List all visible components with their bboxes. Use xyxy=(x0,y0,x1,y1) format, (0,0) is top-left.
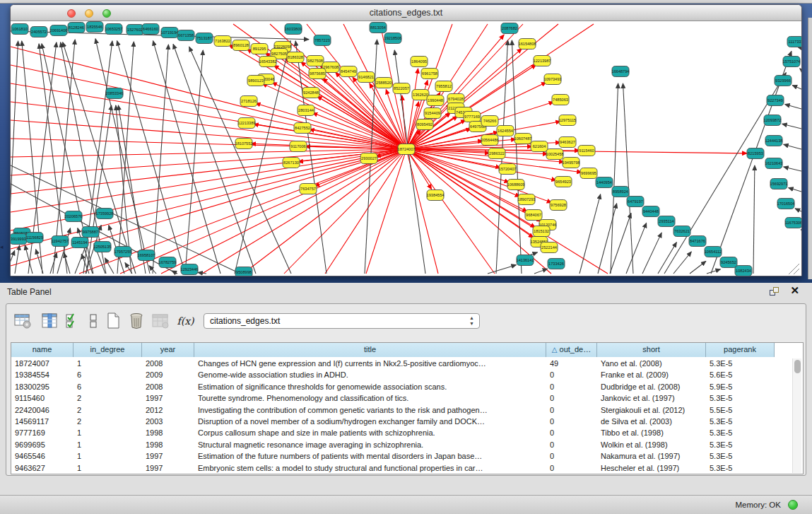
graph-node[interactable]: 12213389 xyxy=(238,118,256,129)
graph-node[interactable]: 8427552 xyxy=(294,123,311,134)
cell-name[interactable]: 22420046 xyxy=(11,404,73,416)
graph-node[interactable]: 16648794 xyxy=(612,66,630,77)
graph-node[interactable]: 7485063 xyxy=(552,95,569,105)
graph-node[interactable]: 621604 xyxy=(531,141,548,152)
graph-node[interactable]: 10973493 xyxy=(544,74,562,85)
deselect-all-icon[interactable] xyxy=(84,311,103,330)
graph-node[interactable]: 9329966 xyxy=(775,76,792,86)
cell-short[interactable]: Franke et al. (2009) xyxy=(597,369,706,380)
graph-node[interactable]: 18724007 xyxy=(398,144,416,155)
graph-node[interactable]: 12213987 xyxy=(534,56,551,66)
graph-node[interactable]: 6466160 xyxy=(142,24,159,35)
graph-node[interactable]: 1362620 xyxy=(412,90,429,100)
graph-node[interactable]: 9146821 xyxy=(358,72,375,83)
cell-year[interactable]: 2009 xyxy=(142,369,194,380)
cell-in_degree[interactable]: 6 xyxy=(73,369,142,380)
citation-edge[interactable] xyxy=(801,229,801,230)
graph-node[interactable]: 6479197 xyxy=(627,197,644,207)
graph-node[interactable]: 7632621 xyxy=(673,226,690,237)
table-row[interactable]: 1872400712008Changes of HCN gene express… xyxy=(11,358,775,369)
table-row[interactable]: 1456911722003Disruption of a novel membe… xyxy=(11,416,775,427)
show-columns-icon[interactable] xyxy=(40,311,59,330)
cell-in_degree[interactable]: 6 xyxy=(73,381,142,392)
cell-in_degree[interactable]: 2 xyxy=(73,392,142,404)
graph-node[interactable]: 20206576 xyxy=(65,211,83,222)
graph-node[interactable]: 16210643 xyxy=(765,158,783,169)
select-all-icon[interactable] xyxy=(63,311,82,330)
table-row[interactable]: 1938455462009Genome-wide association stu… xyxy=(11,369,775,380)
graph-node[interactable]: 3919993 xyxy=(11,234,27,245)
graph-node[interactable]: 11156829 xyxy=(26,233,43,243)
cell-year[interactable]: 2012 xyxy=(142,404,194,416)
graph-node[interactable]: 1527602 xyxy=(126,25,143,35)
cell-in_degree[interactable]: 1 xyxy=(73,450,142,462)
graph-node[interactable]: 8960128 xyxy=(233,40,249,51)
cell-pagerank[interactable]: 5.3E-5 xyxy=(706,392,775,404)
close-icon[interactable]: ✕ xyxy=(790,285,799,296)
graph-node[interactable]: 2718126 xyxy=(240,96,257,107)
cell-name[interactable]: 18724007 xyxy=(11,358,73,369)
table-row[interactable]: 2242004622012Investigating the contribut… xyxy=(11,404,775,416)
graph-node[interactable]: 18107552 xyxy=(235,139,253,149)
graph-node[interactable]: 2405572 xyxy=(30,27,47,37)
column-header-name[interactable]: name xyxy=(11,343,73,357)
graph-node[interactable]: 16033809 xyxy=(285,24,302,35)
graph-node[interactable]: 12093872 xyxy=(764,115,782,126)
cell-year[interactable]: 1997 xyxy=(142,392,194,404)
column-header-pagerank[interactable]: pagerank xyxy=(706,343,775,357)
cell-in_degree[interactable]: 2 xyxy=(73,404,142,416)
cell-name[interactable]: 14569117 xyxy=(11,416,73,427)
cell-title[interactable]: Embryonic stem cells: a model to study s… xyxy=(194,462,546,474)
cell-title[interactable]: Tourette syndrome. Phenomenology and cla… xyxy=(194,392,546,404)
graph-node[interactable]: 6961758 xyxy=(421,69,438,79)
graph-node[interactable]: 8267130 xyxy=(283,158,300,168)
cell-year[interactable]: 2008 xyxy=(142,381,194,392)
cell-title[interactable]: Corpus callosum shape and size in male p… xyxy=(194,427,546,438)
graph-node[interactable]: 1624554 xyxy=(497,126,514,136)
graph-node[interactable]: 1061810 xyxy=(11,24,28,35)
table-row[interactable]: 911546021997Tourette syndrome. Phenomeno… xyxy=(11,392,775,404)
cell-name[interactable]: 9699695 xyxy=(11,439,73,450)
graph-node[interactable]: 16782759 xyxy=(159,257,177,268)
graph-node[interactable]: 7163822 xyxy=(214,36,231,47)
cell-pagerank[interactable]: 5.3E-5 xyxy=(706,439,775,450)
cell-year[interactable]: 1998 xyxy=(142,427,194,438)
graph-node[interactable]: 17016504 xyxy=(777,199,795,209)
graph-node[interactable]: 10654112 xyxy=(705,247,722,257)
graph-node[interactable]: 9227349 xyxy=(767,95,784,106)
graph-node[interactable]: 1990448 xyxy=(427,95,444,106)
graph-node[interactable]: 9890123 xyxy=(247,76,264,86)
graph-node[interactable]: 8813054 xyxy=(370,23,387,33)
cell-short[interactable]: Tibbo et al. (1998) xyxy=(597,427,706,438)
cell-pagerank[interactable]: 5.3E-5 xyxy=(706,427,775,438)
graph-node[interactable]: 10607487 xyxy=(514,134,532,144)
cell-pagerank[interactable]: 5.6E-5 xyxy=(706,369,775,380)
cell-name[interactable]: 9463627 xyxy=(11,462,73,474)
table-mode-icon[interactable] xyxy=(13,311,33,330)
cell-in_degree[interactable]: 1 xyxy=(73,439,142,450)
cell-title[interactable]: Disruption of a novel member of a sodium… xyxy=(194,416,546,427)
graph-node[interactable]: 7634757 xyxy=(300,184,317,194)
cell-out_de[interactable]: 0 xyxy=(546,392,597,404)
graph-node[interactable]: 1145194 xyxy=(71,238,88,248)
graph-node[interactable]: 10688609 xyxy=(507,180,525,190)
graph-node[interactable]: 10025458 xyxy=(546,149,564,160)
cell-short[interactable]: Jankovic et al. (1997) xyxy=(597,392,706,404)
graph-node[interactable]: 2588520 xyxy=(375,78,392,88)
table-row[interactable]: 946554611997Estimation of the future num… xyxy=(11,450,775,462)
cell-pagerank[interactable]: 5.3E-5 xyxy=(706,358,775,369)
graph-node[interactable]: 12444138 xyxy=(765,136,783,146)
graph-node[interactable]: 9154409 xyxy=(424,108,441,119)
cell-title[interactable]: Investigating the contribution of common… xyxy=(194,404,546,416)
cell-year[interactable]: 1998 xyxy=(142,439,194,450)
cell-pagerank[interactable]: 5.9E-5 xyxy=(706,381,775,392)
cell-title[interactable]: Changes of HCN gene expression and I(f) … xyxy=(194,358,546,369)
graph-node[interactable]: 9440448 xyxy=(642,206,659,217)
west-panel-collapse-icon[interactable]: ◂ xyxy=(0,244,4,250)
vertical-scrollbar[interactable] xyxy=(792,358,801,473)
cell-short[interactable]: Nakamura et al. (1997) xyxy=(597,450,706,462)
graph-node[interactable]: 8454749 xyxy=(340,66,357,77)
graph-node[interactable]: 891295 xyxy=(251,44,268,54)
graph-node[interactable]: 7955812 xyxy=(435,81,452,92)
graph-node[interactable]: 8471676 xyxy=(689,236,706,247)
